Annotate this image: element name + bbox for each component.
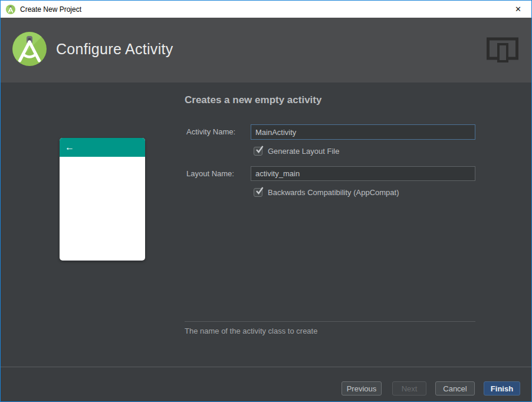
preview-appbar: ← bbox=[60, 138, 145, 157]
titlebar: Create New Project ✕ bbox=[1, 1, 531, 18]
close-icon: ✕ bbox=[515, 5, 521, 14]
layout-name-label: Layout Name: bbox=[186, 166, 234, 181]
backwards-compat-label: Backwards Compatibility (AppCompat) bbox=[268, 188, 399, 197]
android-studio-app-icon bbox=[6, 5, 15, 14]
next-button[interactable]: Next bbox=[392, 381, 426, 396]
activity-preview-thumbnail: ← bbox=[60, 138, 145, 261]
layout-name-input[interactable] bbox=[251, 166, 475, 181]
checkmark-icon bbox=[255, 186, 264, 196]
section-heading: Creates a new empty activity bbox=[185, 94, 321, 106]
generate-layout-checkbox[interactable] bbox=[254, 147, 262, 156]
backwards-compat-checkbox[interactable] bbox=[254, 188, 262, 197]
phone-tablet-formfactor-icon bbox=[487, 37, 518, 63]
backwards-compat-checkbox-row[interactable]: Backwards Compatibility (AppCompat) bbox=[254, 188, 399, 197]
generate-layout-label: Generate Layout File bbox=[268, 147, 339, 156]
field-hint-text: The name of the activity class to create bbox=[185, 327, 317, 335]
wizard-footer: Previous Next Cancel Finish bbox=[1, 367, 531, 401]
finish-button[interactable]: Finish bbox=[484, 381, 520, 396]
checkmark-icon bbox=[255, 145, 264, 154]
activity-name-input[interactable] bbox=[251, 124, 475, 140]
back-arrow-icon: ← bbox=[65, 143, 74, 152]
wizard-step-title: Configure Activity bbox=[56, 41, 173, 58]
previous-button[interactable]: Previous bbox=[341, 381, 382, 396]
main-panel: ← Creates a new empty activity Activity … bbox=[1, 83, 531, 367]
cancel-button[interactable]: Cancel bbox=[435, 381, 475, 396]
activity-name-label: Activity Name: bbox=[186, 124, 235, 140]
window-title: Create New Project bbox=[20, 5, 81, 14]
close-button[interactable]: ✕ bbox=[505, 1, 531, 18]
android-studio-logo-icon bbox=[12, 32, 47, 66]
create-new-project-window: Create New Project ✕ Configure Activity … bbox=[0, 0, 532, 402]
hint-divider bbox=[185, 321, 475, 322]
wizard-header: Configure Activity bbox=[1, 18, 531, 83]
generate-layout-checkbox-row[interactable]: Generate Layout File bbox=[254, 147, 339, 156]
